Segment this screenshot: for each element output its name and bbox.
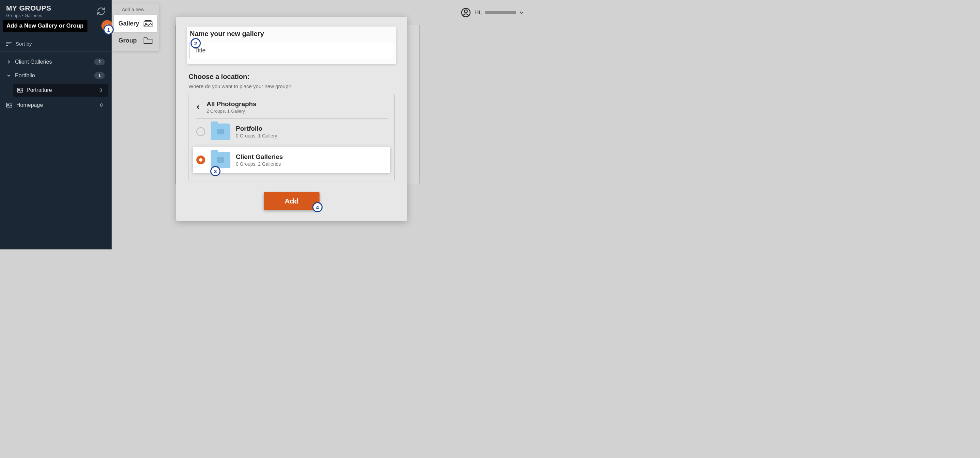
sidebar-title: MY GROUPS: [6, 4, 51, 12]
add-gallery-row: Add a New Gallery or Group +: [0, 20, 111, 36]
callout-2: 2: [191, 38, 201, 48]
tree-label: Portraiture: [27, 87, 96, 93]
location-meta: 0 Groups, 1 Gallery: [236, 133, 277, 138]
svg-point-4: [19, 89, 20, 90]
tree-item-portfolio[interactable]: Portfolio 1: [3, 69, 108, 82]
sidebar-header: MY GROUPS Groups • Galleries: [0, 0, 111, 20]
chevron-down-icon: [519, 10, 524, 15]
sidebar-tree: Client Galleries 2 Portfolio 1 Portraitu…: [0, 52, 111, 115]
location-item-portfolio[interactable]: Portfolio 0 Groups, 1 Gallery: [193, 119, 390, 145]
radio-unchecked[interactable]: [196, 127, 205, 136]
tree-label: Homepage: [16, 102, 96, 108]
popup-item-gallery[interactable]: Gallery: [114, 15, 157, 32]
location-name: Client Galleries: [236, 153, 283, 161]
avatar-icon: [461, 8, 471, 18]
count-badge: 2: [94, 59, 105, 65]
popup-item-group[interactable]: Group: [114, 32, 157, 49]
popup-item-label: Group: [118, 37, 137, 44]
popup-title: Add a new...: [114, 7, 157, 15]
name-heading: Name your new gallery: [188, 30, 395, 38]
count-badge: 1: [94, 72, 105, 79]
sync-icon[interactable]: [97, 7, 105, 16]
sort-by-row[interactable]: Sort by: [0, 36, 111, 52]
location-sub: Where do you want to place your new grou…: [189, 83, 395, 89]
add-button[interactable]: Add: [264, 192, 320, 210]
folder-icon: [143, 37, 153, 44]
callout-1: 1: [103, 24, 114, 35]
location-list: Portfolio 0 Groups, 1 Gallery Client Gal…: [193, 118, 390, 173]
callout-3: 3: [210, 166, 221, 176]
radio-checked[interactable]: [196, 156, 205, 164]
divider: [196, 145, 388, 145]
tree-item-client-galleries[interactable]: Client Galleries 2: [3, 55, 108, 69]
location-item-client-galleries[interactable]: Client Galleries 0 Groups, 2 Galleries: [193, 147, 390, 173]
svg-rect-9: [144, 22, 152, 27]
sidebar-breadcrumb: Groups • Galleries: [6, 13, 51, 18]
tree-item-homepage[interactable]: Homepage 0: [3, 99, 108, 111]
add-new-popup: Add a new... Gallery Group: [111, 3, 159, 51]
sort-icon: [6, 41, 11, 46]
gallery-icon: [143, 20, 153, 27]
popup-item-label: Gallery: [118, 20, 139, 27]
count-plain: 0: [99, 87, 104, 93]
chevron-left-icon[interactable]: [196, 105, 200, 110]
location-root-title: All Photographs: [207, 100, 256, 108]
location-heading: Choose a location:: [189, 73, 395, 81]
new-gallery-modal: Name your new gallery Choose a location:…: [176, 17, 407, 221]
folder-icon: [211, 152, 231, 168]
location-root-sub: 2 Groups, 1 Gallery: [207, 108, 256, 114]
tree-label: Portfolio: [15, 73, 90, 79]
add-gallery-button[interactable]: Add a New Gallery or Group: [3, 20, 88, 32]
user-name-redacted: [485, 11, 516, 14]
sort-label: Sort by: [16, 41, 32, 47]
count-plain: 0: [100, 102, 105, 108]
sidebar: MY GROUPS Groups • Galleries Add a New G…: [0, 0, 111, 250]
name-section: Name your new gallery: [187, 27, 396, 64]
location-name: Portfolio: [236, 125, 277, 132]
user-menu[interactable]: Hi,: [461, 8, 524, 18]
location-header: All Photographs 2 Groups, 1 Gallery: [189, 94, 395, 118]
tree-child-portraiture[interactable]: Portraiture 0: [13, 84, 108, 97]
location-meta: 0 Groups, 2 Galleries: [236, 161, 283, 167]
greeting: Hi,: [474, 9, 482, 16]
svg-point-8: [465, 10, 468, 13]
callout-4: 4: [312, 202, 323, 212]
chevron-down-icon: [7, 73, 11, 78]
image-icon: [17, 88, 23, 92]
tree-label: Client Galleries: [15, 59, 90, 65]
folder-icon: [211, 124, 231, 140]
svg-point-6: [8, 104, 9, 105]
gallery-title-input[interactable]: [189, 42, 394, 59]
image-icon: [6, 103, 12, 108]
chevron-right-icon: [7, 60, 11, 64]
